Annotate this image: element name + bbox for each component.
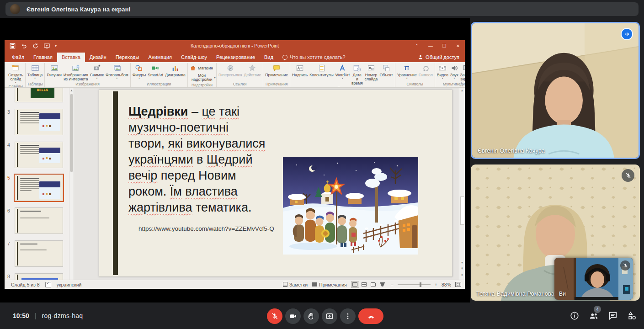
raise-hand-button[interactable] — [303, 308, 319, 324]
chat-button[interactable] — [607, 310, 618, 321]
status-bar: Слайд 5 из 8 украинский Заметки Примечан… — [5, 280, 465, 289]
ribbon-item[interactable]: Звук▾ — [449, 63, 459, 80]
ribbon-item[interactable]: Создать слайд▾ — [7, 63, 24, 84]
notes-button[interactable]: Заметки — [283, 282, 308, 287]
ribbon-item[interactable]: Надпись — [291, 63, 309, 77]
slide-thumbnail-4[interactable] — [15, 142, 63, 168]
ribbon-item[interactable]: Колонтитулы — [309, 63, 334, 77]
mic-off-red-button[interactable] — [267, 308, 282, 324]
info-button[interactable] — [569, 310, 580, 321]
slide-link-text[interactable]: https://www.youtube.com/watch?v=ZZEMvVcf… — [138, 225, 274, 232]
collapse-ribbon-icon[interactable]: ⌃ — [459, 82, 463, 86]
ribbon-item[interactable]: WordArt▾ — [335, 63, 351, 80]
close-icon[interactable]: ✕ — [451, 43, 465, 48]
start-slideshow-icon[interactable] — [43, 42, 50, 49]
ribbon-item[interactable]: SmartArt — [147, 63, 164, 77]
editor-scrollbar[interactable]: ▲ ▼ ⇞ ⇟ — [459, 88, 465, 280]
save-icon[interactable] — [9, 42, 16, 49]
tab-анимация[interactable]: Анимация — [144, 53, 176, 62]
ribbon-item[interactable]: Рисунки — [46, 63, 62, 77]
hyperlink-icon — [226, 64, 234, 72]
tab-дизайн[interactable]: Дизайн — [85, 53, 111, 62]
raise-hand-icon — [307, 312, 315, 320]
slide-thumbnail-5[interactable] — [15, 175, 63, 201]
slide-thumbnail-8[interactable] — [15, 273, 63, 280]
ribbon-item[interactable]: Мои надстройки▾ — [189, 73, 215, 82]
ribbon-item[interactable]: Видео▾ — [436, 63, 449, 80]
ribbon-display-options-icon[interactable]: ⌃ — [410, 43, 424, 48]
zoom-in-icon[interactable]: + — [435, 282, 437, 287]
ribbon-item[interactable]: Фигуры▾ — [132, 63, 147, 80]
people-button[interactable]: 4 — [588, 310, 599, 321]
reading-view-button[interactable] — [369, 281, 378, 288]
ribbon-item[interactable]: Магазин — [189, 64, 214, 72]
participant-name: Євгенія Олегівна Качура — [478, 148, 545, 154]
language-indicator[interactable]: украинский — [57, 282, 82, 287]
tab-переходы[interactable]: Переходы — [111, 53, 144, 62]
spellcheck-icon[interactable] — [45, 282, 51, 287]
ribbon-item[interactable]: Гиперссылка — [218, 63, 243, 77]
tell-me-box[interactable]: Что вы хотите сделать? — [278, 53, 350, 62]
zoom-slider[interactable] — [398, 284, 431, 285]
slide-image-carolers-winter[interactable] — [283, 157, 418, 255]
slideshow-view-button[interactable] — [378, 281, 387, 288]
tab-слайд-шоу[interactable]: Слайд-шоу — [176, 53, 212, 62]
normal-view-button[interactable] — [351, 281, 359, 288]
camera-button[interactable] — [285, 308, 301, 324]
minimize-icon[interactable]: — — [424, 43, 437, 48]
tab-главная[interactable]: Главная — [29, 53, 57, 62]
chat-icon — [608, 311, 618, 321]
redo-icon[interactable] — [32, 42, 39, 49]
tab-рецензирование[interactable]: Рецензирование — [212, 53, 260, 62]
slide-sorter-view-button[interactable] — [360, 281, 368, 288]
slide-thumbnail-6[interactable] — [15, 207, 63, 234]
more-options-button[interactable] — [340, 308, 356, 324]
activities-button[interactable] — [627, 310, 638, 321]
slide-thumbnail-2[interactable]: JINGLEBELLS — [15, 88, 63, 102]
ribbon-item[interactable]: Примечание — [264, 63, 289, 77]
thumbnail-number — [7, 88, 15, 102]
ribbon-item[interactable]: Уравнение▾ — [396, 63, 418, 80]
zoom-out-icon[interactable]: − — [391, 282, 394, 287]
slide-thumbnail-7[interactable] — [15, 240, 63, 267]
slide-thumbnail-3[interactable] — [15, 109, 63, 135]
ribbon-item[interactable]: Фотоальбом▾ — [105, 63, 129, 80]
video-tile-participant[interactable]: Тетяна Вадимівна Романова — [471, 164, 640, 301]
thumbnail-number: 7 — [7, 240, 15, 267]
ribbon-item[interactable]: Номер слайда — [364, 63, 379, 81]
current-slide[interactable]: Щедрівки – це такімузично-поетичнітвори,… — [99, 90, 452, 277]
notes-icon — [283, 282, 287, 287]
end-call-button[interactable] — [358, 308, 383, 324]
next-slide-icon: ⇟ — [459, 273, 465, 277]
call-controls — [267, 308, 383, 324]
powerpoint-window: ▾ Календарно-обрядові пісні - PowerPoint… — [5, 40, 465, 289]
self-view-tile[interactable]: Ви — [554, 258, 633, 300]
more-options-icon — [344, 312, 352, 320]
ribbon-item[interactable]: Объект — [378, 63, 394, 77]
thumbnail-scrollbar[interactable]: ▲ — [69, 88, 74, 280]
present-screen-button[interactable] — [322, 308, 337, 324]
ribbon-item[interactable]: Снимок▾ — [89, 63, 105, 80]
video-tile-speaker[interactable]: Євгенія Олегівна Качура — [471, 22, 640, 159]
tab-вставка[interactable]: Вставка — [57, 53, 85, 62]
restore-icon[interactable]: ❐ — [437, 43, 451, 48]
comments-button[interactable]: Примечания — [312, 282, 347, 287]
ribbon-item[interactable]: Диаграмма — [164, 63, 186, 77]
undo-icon[interactable] — [21, 42, 27, 49]
ribbon-group: НадписьКолонтитулыWordArt▾Дата и времяНо… — [290, 63, 395, 87]
ribbon-item[interactable]: Запись экрана — [459, 63, 465, 81]
ribbon-item[interactable]: Таблица▾ — [27, 63, 44, 80]
screenshot-icon — [93, 64, 101, 72]
tab-вид[interactable]: Вид — [260, 53, 278, 62]
zoom-level[interactable]: 88% — [442, 282, 451, 287]
ribbon-item[interactable]: Изображения из Интернета — [63, 63, 89, 81]
ribbon-item[interactable]: Дата и время — [351, 63, 364, 85]
end-call-icon — [367, 312, 375, 320]
share-button[interactable]: Общий доступ — [412, 53, 465, 62]
ribbon-item[interactable]: Символ — [418, 63, 434, 77]
tab-файл[interactable]: Файл — [7, 53, 29, 62]
ribbon-item[interactable]: Действие — [243, 63, 262, 77]
fit-to-window-icon[interactable] — [455, 282, 461, 287]
qat-customize-icon[interactable]: ▾ — [55, 44, 57, 48]
equation-icon — [403, 64, 411, 72]
